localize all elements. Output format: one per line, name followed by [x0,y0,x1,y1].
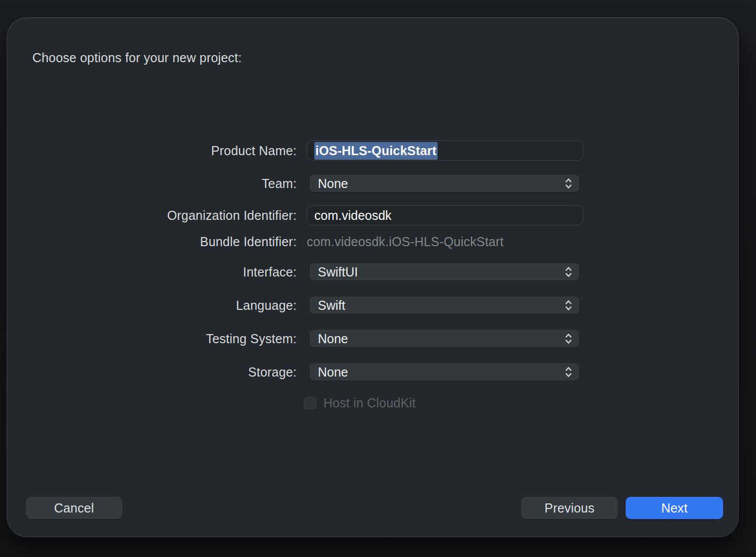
new-project-options-dialog: Choose options for your new project: Pro… [7,17,739,537]
chevron-up-down-icon [564,299,573,312]
next-button[interactable]: Next [626,497,723,519]
organization-identifier-label: Organization Identifier: [7,208,297,223]
testing-system-row: Testing System: None [7,330,738,347]
chevron-up-down-icon [564,177,573,190]
chevron-up-down-icon [564,332,573,345]
interface-popup-value: SwiftUI [318,265,358,280]
bundle-identifier-value: com.videosdk.iOS-HLS-QuickStart [307,235,504,249]
product-name-row: Product Name: iOS-HLS-QuickStart [7,141,738,161]
team-row: Team: None [7,175,738,192]
storage-popup-value: None [318,365,348,380]
host-in-cloudkit-row: Host in CloudKit [304,396,415,410]
testing-system-popup[interactable]: None [310,330,579,347]
storage-label: Storage: [7,365,297,380]
language-label: Language: [7,298,297,313]
organization-identifier-input[interactable] [307,205,583,225]
team-popup[interactable]: None [310,175,579,192]
team-popup-value: None [318,176,348,191]
bundle-identifier-row: Bundle Identifier: com.videosdk.iOS-HLS-… [7,234,738,250]
chevron-up-down-icon [564,265,573,278]
bundle-identifier-label: Bundle Identifier: [7,235,297,249]
previous-button[interactable]: Previous [521,497,618,519]
storage-popup[interactable]: None [310,363,579,381]
host-in-cloudkit-label: Host in CloudKit [323,396,415,410]
host-in-cloudkit-checkbox[interactable] [304,397,316,409]
product-name-label: Product Name: [7,144,297,158]
language-popup-value: Swift [318,298,345,313]
chevron-up-down-icon [564,365,573,379]
language-popup[interactable]: Swift [310,297,579,314]
team-label: Team: [7,176,297,191]
cancel-button[interactable]: Cancel [26,497,122,519]
product-name-selected-text: iOS-HLS-QuickStart [314,142,438,160]
interface-label: Interface: [7,265,297,280]
dialog-title: Choose options for your new project: [32,49,242,66]
interface-row: Interface: SwiftUI [7,263,738,281]
language-row: Language: Swift [7,297,738,314]
product-name-input[interactable]: iOS-HLS-QuickStart [307,141,583,161]
storage-row: Storage: None [7,363,738,381]
testing-system-label: Testing System: [7,332,297,346]
interface-popup[interactable]: SwiftUI [310,263,579,281]
organization-identifier-row: Organization Identifier: [7,205,738,225]
testing-system-popup-value: None [318,332,348,346]
